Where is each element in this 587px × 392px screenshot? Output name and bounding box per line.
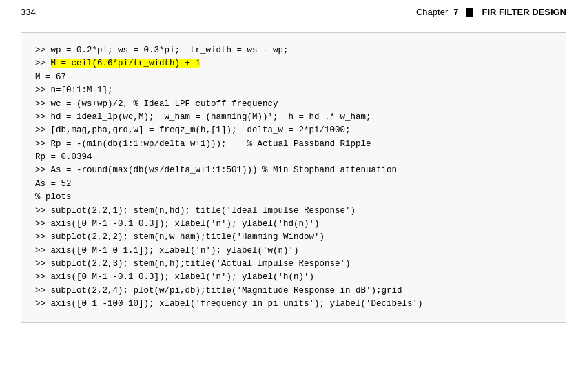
- code-line-13: >> subplot(2,2,1); stem(n,hd); title('Id…: [35, 205, 552, 218]
- chapter-title: FIR FILTER DESIGN: [482, 7, 566, 17]
- code-line-16: >> axis([0 M-1 0 1.1]); xlabel('n'); yla…: [35, 245, 552, 258]
- code-line-4: >> n=[0:1:M-1];: [35, 84, 552, 97]
- code-line-5: >> wc = (ws+wp)/2, % Ideal LPF cutoff fr…: [35, 98, 552, 111]
- highlighted-code: M = ceil(6.6*pi/tr_width) + 1: [51, 59, 201, 68]
- code-line-10: >> As = -round(max(db(ws/delta_w+1:1:501…: [35, 164, 552, 177]
- page-number: 334: [21, 7, 36, 17]
- content-area: >> wp = 0.2*pi; ws = 0.3*pi; tr_width = …: [21, 32, 566, 323]
- code-line-15: >> subplot(2,2,2); stem(n,w_ham);title('…: [35, 231, 552, 244]
- code-line-3: M = 67: [35, 71, 552, 84]
- code-line-1: >> wp = 0.2*pi; ws = 0.3*pi; tr_width = …: [35, 44, 552, 57]
- code-line-6: >> hd = ideal_lp(wc,M); w_ham = (hamming…: [35, 111, 552, 124]
- code-block: >> wp = 0.2*pi; ws = 0.3*pi; tr_width = …: [35, 44, 552, 311]
- code-line-20: >> axis([0 1 -100 10]); xlabel('frequenc…: [35, 298, 552, 311]
- chapter-label: Chapter: [416, 7, 448, 17]
- code-line-18: >> axis([0 M-1 -0.1 0.3]); xlabel('n'); …: [35, 271, 552, 284]
- code-line-14: >> axis([0 M-1 -0.1 0.3]); xlabel('n'); …: [35, 218, 552, 231]
- code-line-17: >> subplot(2,2,3); stem(n,h);title('Actu…: [35, 258, 552, 271]
- code-line-11: As = 52: [35, 178, 552, 191]
- code-line-19: >> subplot(2,2,4); plot(w/pi,db);title('…: [35, 285, 552, 298]
- code-line-9: Rp = 0.0394: [35, 151, 552, 164]
- code-line-2: >> M = ceil(6.6*pi/tr_width) + 1: [35, 57, 552, 70]
- page-header: 334 Chapter 7 FIR FILTER DESIGN: [0, 0, 587, 21]
- chapter-number: 7: [453, 7, 458, 17]
- chapter-divider-icon: [466, 8, 473, 17]
- code-line-8: >> Rp = -(min(db(1:1:wp/delta_w+1))); % …: [35, 138, 552, 151]
- chapter-info: Chapter 7 FIR FILTER DESIGN: [416, 7, 566, 17]
- code-line-7: >> [db,mag,pha,grd,w] = freqz_m(h,[1]); …: [35, 124, 552, 137]
- code-line-12: % plots: [35, 191, 552, 204]
